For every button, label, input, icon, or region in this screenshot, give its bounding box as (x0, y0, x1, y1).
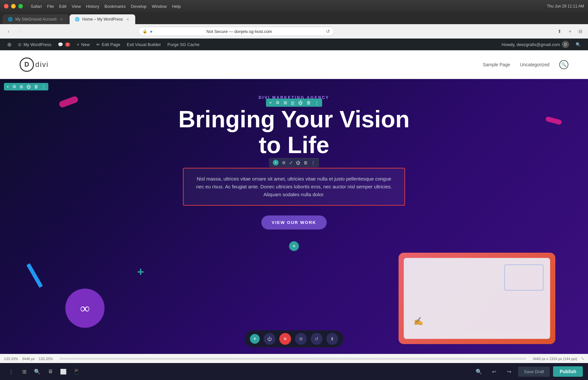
module-toolbar[interactable]: + ⚙ ⤢ ⏻ 🗑 ⋮ (269, 158, 319, 167)
wp-edit-label: Edit Page (102, 42, 120, 47)
new-tab-icon[interactable]: + (566, 28, 574, 35)
share-icon[interactable]: ⬆ (556, 28, 563, 35)
hero-text-module: + ⚙ ⤢ ⏻ 🗑 ⋮ Nisl massa, ultrices vitae o… (183, 168, 405, 206)
wp-howdy-text: Howdy, deezgrafix@gmail.com (502, 42, 560, 47)
wp-site-name[interactable]: ⊙ My WordPress (15, 39, 55, 50)
section-delete-icon[interactable]: 🗑 (34, 84, 38, 89)
wp-purge-cache[interactable]: Purge SG Cache (164, 39, 203, 50)
bottom-left-tools: ⋮ ⊞ 🔍 🖥 ⬜ 📱 (5, 366, 82, 377)
mbb-settings-icon[interactable]: ⚙ (295, 333, 307, 345)
module-delete-icon[interactable]: 🗑 (303, 160, 308, 165)
module-move-icon[interactable]: ⤢ (289, 160, 293, 165)
save-draft-button[interactable]: Save Draft (518, 367, 550, 377)
close-button[interactable] (4, 4, 8, 8)
nav-sample-page[interactable]: Sample Page (483, 62, 510, 67)
zoom-level-2: 133.33% (39, 357, 53, 361)
bottom-tablet-icon[interactable]: ⬜ (57, 366, 69, 377)
search-icon: 🔍 (576, 42, 581, 47)
row-add-icon[interactable]: + (269, 100, 272, 105)
row-toggle-icon[interactable]: ⏻ (298, 100, 302, 105)
cta-button[interactable]: VIEW OUR WORK (261, 215, 327, 230)
wp-search-admin[interactable]: 🔍 (572, 39, 584, 50)
tab-siteground[interactable]: 🌐 My SiteGround Account ✕ (3, 14, 69, 24)
bottom-menu-icon[interactable]: ⋮ (5, 366, 17, 377)
menu-view[interactable]: View (72, 4, 81, 9)
tab-label: Home – My WordPress (82, 17, 123, 22)
tab-close-icon[interactable]: ✕ (59, 17, 64, 22)
module-bottom-bar[interactable]: + ⏻ ✕ ⚙ ↺ ⬍ (245, 330, 343, 347)
hero-section: + ⚙ ⊞ ⏻ 🗑 ⋮ + ⚙ ⊞ ||| ⏻ 🗑 ⋮ DIVI MARKETI… (0, 79, 588, 354)
wp-howdy[interactable]: Howdy, deezgrafix@gmail.com D (498, 39, 572, 50)
fullscreen-button[interactable] (18, 4, 23, 8)
mbb-resize-icon[interactable]: ⬍ (326, 333, 338, 345)
section-toggle-icon[interactable]: ⏻ (26, 84, 31, 89)
mbb-delete-icon[interactable]: ✕ (279, 333, 291, 345)
horizontal-scrollbar[interactable] (59, 358, 526, 360)
menu-history[interactable]: History (86, 4, 99, 9)
bottom-right-tools: 🔍 ↩ ↪ Save Draft Publish (473, 366, 583, 377)
minimize-button[interactable] (11, 4, 16, 8)
section-toolbar[interactable]: + ⚙ ⊞ ⏻ 🗑 ⋮ (4, 83, 48, 90)
wp-edit-page[interactable]: ✏ Edit Page (93, 39, 123, 50)
row-delete-icon[interactable]: 🗑 (306, 100, 311, 105)
module-settings-icon[interactable]: ⚙ (282, 160, 286, 165)
expand-icon[interactable]: ⤡ (581, 356, 584, 361)
module-toggle-icon[interactable]: ⏻ (296, 160, 300, 165)
section-settings-icon[interactable]: ⚙ (12, 84, 16, 89)
bottom-undo-icon[interactable]: ↩ (488, 366, 500, 377)
section-more-icon[interactable]: ⋮ (41, 84, 46, 89)
forward-button[interactable]: › (16, 27, 25, 36)
section-add-icon[interactable]: + (7, 84, 9, 89)
deco-purple-circle: ∞ (65, 289, 105, 328)
bottom-mobile-icon[interactable]: 📱 (71, 366, 82, 377)
bottom-search-icon[interactable]: 🔍 (31, 366, 43, 377)
tab-wordpress[interactable]: 🌐 Home – My WordPress ✕ (70, 14, 135, 24)
page-wrapper: D divi Sample Page Uncategorized 🔍 + ⚙ ⊞… (0, 50, 588, 354)
bottom-search-right-icon[interactable]: 🔍 (473, 366, 485, 377)
section-layout-icon[interactable]: ⊞ (20, 84, 23, 89)
url-text: Not Secure — donjetv.sg-host.com (155, 29, 323, 34)
wp-new-label: New (81, 42, 90, 47)
browser-right-icons: ⬆ + ⊟ (556, 28, 584, 35)
wp-logo-item[interactable]: ⊛ (4, 39, 15, 50)
header-search-button[interactable]: 🔍 (559, 60, 568, 69)
menu-bookmarks[interactable]: Bookmarks (105, 4, 126, 9)
add-module-button[interactable]: + (289, 241, 299, 251)
titlebar: Safari File Edit View History Bookmarks … (0, 0, 588, 12)
bottom-grid-icon[interactable]: ⊞ (18, 366, 30, 377)
dimensions: 3440 px x 1324 px (144 ppi) (533, 357, 577, 361)
tab-favicon: 🌐 (8, 17, 13, 22)
row-cols-icon[interactable]: ||| (291, 100, 294, 105)
wp-new-item[interactable]: + New (74, 39, 93, 50)
row-more-icon[interactable]: ⋮ (315, 100, 319, 105)
menu-help[interactable]: Help (172, 4, 181, 9)
wp-edit-icon: ✏ (96, 42, 100, 47)
mbb-toggle-icon[interactable]: ⏻ (264, 333, 275, 345)
menu-file[interactable]: File (47, 4, 54, 9)
bottom-desktop-icon[interactable]: 🖥 (44, 366, 56, 377)
back-button[interactable]: ‹ (4, 27, 13, 36)
wp-exit-builder[interactable]: Exit Visual Builder (123, 39, 164, 50)
row-layout-icon[interactable]: ⊞ (284, 100, 287, 105)
row-settings-icon[interactable]: ⚙ (276, 100, 280, 105)
sidebar-icon[interactable]: ⊟ (577, 28, 584, 35)
module-add-icon[interactable]: + (273, 160, 279, 166)
traffic-lights (4, 4, 23, 8)
menu-edit[interactable]: Edit (59, 4, 66, 9)
module-more-icon[interactable]: ⋮ (311, 160, 315, 165)
mbb-history-icon[interactable]: ↺ (311, 333, 322, 345)
wp-comments[interactable]: 💬 0 (55, 39, 74, 50)
bottom-redo-icon[interactable]: ↪ (503, 366, 515, 377)
mbb-add-icon[interactable]: + (250, 334, 260, 344)
menu-develop[interactable]: Develop (131, 4, 147, 9)
tab-close-icon[interactable]: ✕ (125, 17, 130, 22)
url-bar[interactable]: 🔒 ● Not Secure — donjetv.sg-host.com ↺ (138, 27, 334, 36)
nav-uncategorized[interactable]: Uncategorized (520, 62, 549, 67)
row-toolbar[interactable]: + ⚙ ⊞ ||| ⏻ 🗑 ⋮ (266, 99, 322, 107)
system-tray: Thu Jun 29 11:11 AM (547, 4, 584, 8)
menu-window[interactable]: Window (152, 4, 167, 9)
security-icon: 🔒 (142, 29, 147, 34)
wp-plus-icon: + (77, 42, 79, 47)
publish-button[interactable]: Publish (553, 366, 583, 377)
reload-icon[interactable]: ↺ (326, 29, 330, 34)
